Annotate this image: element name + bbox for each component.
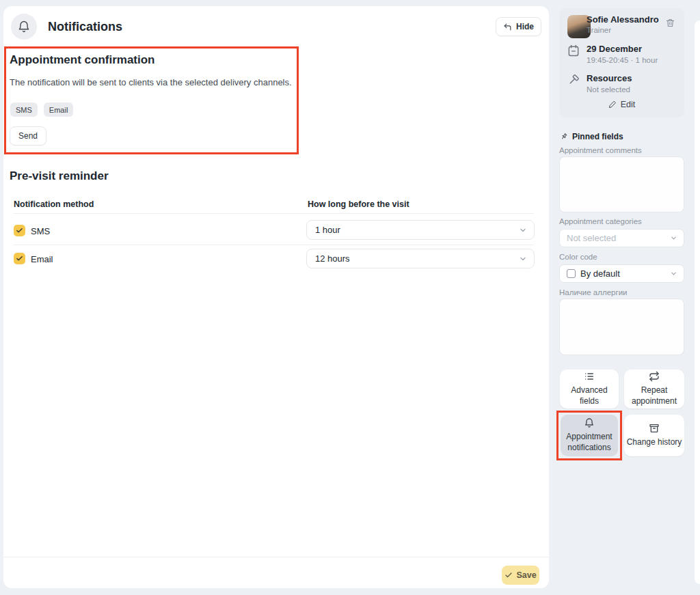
categories-select[interactable]: Not selected (559, 229, 684, 247)
resources-icon (567, 73, 580, 87)
delete-icon[interactable] (665, 18, 675, 28)
adjacent-panel-edge (695, 20, 700, 584)
archive-icon (649, 423, 660, 434)
footer-divider (3, 557, 549, 557)
trainer-role: Trainer (587, 26, 611, 34)
comments-textarea[interactable] (559, 156, 684, 212)
pin-icon (559, 133, 568, 141)
repeat-appointment-button[interactable]: Repeat appointment (624, 370, 684, 409)
categories-value: Not selected (567, 233, 616, 243)
appointment-summary-card: Sofie Alessandro Trainer 29 December 19:… (559, 8, 684, 117)
column-header-before: How long before the visit (308, 199, 409, 209)
list-icon (584, 371, 595, 382)
bell-icon (584, 417, 595, 428)
confirmation-description: The notification will be sent to clients… (10, 77, 292, 87)
send-button[interactable]: Send (10, 126, 46, 146)
delivery-channel-tags: SMS Email (10, 102, 73, 117)
repeat-icon (649, 371, 660, 382)
email-before-select[interactable]: 12 hours (306, 249, 535, 268)
resources-value: Not selected (587, 85, 630, 94)
channel-tag-email[interactable]: Email (44, 102, 74, 117)
color-code-value: By default (580, 268, 620, 279)
sms-checkbox[interactable] (14, 225, 25, 236)
appointment-notifications-button[interactable]: Appointment notifications (561, 415, 618, 456)
table-divider (14, 213, 534, 214)
hide-button-label: Hide (516, 22, 534, 31)
check-icon (16, 227, 23, 234)
chevron-down-icon (519, 226, 527, 234)
resources-label: Resources (587, 73, 632, 83)
sms-row-label: SMS (31, 226, 50, 236)
color-code-select[interactable]: By default (559, 264, 684, 283)
panel-header: Notifications Hide (11, 13, 541, 40)
trainer-name: Sofie Alessandro (587, 14, 659, 25)
email-checkbox[interactable] (14, 253, 25, 264)
column-header-method: Notification method (14, 199, 94, 209)
appointment-notifications-label: Appointment notifications (562, 432, 617, 453)
hide-button[interactable]: Hide (496, 17, 541, 36)
color-code-label: Color code (559, 253, 597, 261)
allergy-textarea[interactable] (559, 299, 684, 355)
check-icon (16, 255, 23, 262)
comments-label: Appointment comments (559, 146, 642, 154)
color-default-checkbox[interactable] (567, 269, 576, 278)
allergy-label: Наличие аллергии (559, 288, 628, 296)
confirmation-section-title: Appointment confirmation (10, 53, 154, 67)
edit-icon (608, 100, 617, 109)
hide-icon (503, 23, 512, 31)
email-row-label: Email (31, 254, 53, 264)
pinned-fields-title: Pinned fields (559, 132, 623, 141)
edit-button-label: Edit (621, 100, 636, 109)
save-check-icon (504, 571, 513, 579)
table-divider (14, 245, 534, 245)
notifications-header-icon (11, 14, 37, 40)
notifications-panel: Notifications Hide Appointment confirmat… (3, 6, 549, 588)
advanced-fields-button[interactable]: Advanced fields (560, 370, 619, 409)
sms-before-select[interactable]: 1 hour (306, 220, 535, 240)
page-title: Notifications (48, 20, 122, 34)
calendar-icon (567, 44, 580, 57)
save-button-label: Save (516, 570, 536, 580)
previsit-section-title: Pre-visit reminder (10, 169, 109, 183)
sms-before-value: 1 hour (315, 225, 340, 235)
advanced-fields-label: Advanced fields (561, 385, 617, 406)
appointment-date: 29 December (587, 44, 642, 54)
appointment-time: 19:45-20:45 · 1 hour (587, 56, 658, 64)
channel-tag-sms[interactable]: SMS (10, 102, 38, 117)
edit-button[interactable]: Edit (559, 98, 684, 111)
chevron-down-icon (670, 234, 677, 242)
email-before-value: 12 hours (315, 253, 350, 264)
chevron-down-icon (670, 270, 677, 277)
change-history-button[interactable]: Change history (624, 415, 684, 456)
chevron-down-icon (519, 255, 527, 263)
repeat-appointment-label: Repeat appointment (625, 385, 683, 406)
save-button[interactable]: Save (502, 566, 539, 585)
categories-label: Appointment categories (559, 217, 642, 225)
change-history-label: Change history (627, 437, 682, 448)
